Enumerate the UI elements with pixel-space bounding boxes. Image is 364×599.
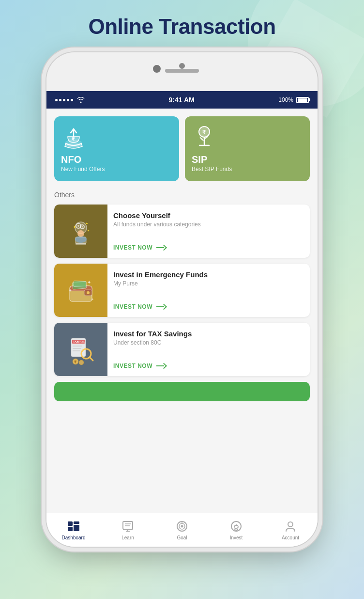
emergency-invest-label: INVEST NOW bbox=[113, 303, 152, 310]
svg-line-35 bbox=[90, 357, 93, 361]
sip-title: SIP bbox=[192, 154, 207, 165]
choose-yourself-invest-btn[interactable]: INVEST NOW bbox=[113, 244, 304, 251]
nfo-subtitle: New Fund Offers bbox=[61, 166, 105, 173]
nfo-title: NFO bbox=[61, 154, 81, 165]
speaker bbox=[165, 69, 199, 73]
svg-rect-14 bbox=[76, 243, 86, 245]
emergency-funds-content: Invest in Emergency Funds My Purse INVES… bbox=[107, 264, 310, 317]
learn-label: Learn bbox=[121, 535, 134, 540]
phone-top bbox=[46, 52, 318, 91]
choose-yourself-desc: All funds under various categories bbox=[113, 221, 304, 228]
choose-yourself-image: ✦ ✦ ✦ bbox=[54, 205, 107, 258]
svg-text:✦: ✦ bbox=[73, 224, 76, 230]
dashboard-label: Dashboard bbox=[62, 535, 86, 540]
status-time: 9:41 AM bbox=[169, 96, 195, 104]
signal-dot-3 bbox=[63, 99, 65, 101]
svg-point-51 bbox=[181, 525, 183, 528]
emergency-invest-btn[interactable]: INVEST NOW bbox=[113, 303, 304, 310]
svg-rect-42 bbox=[74, 525, 79, 531]
nav-invest[interactable]: Invest bbox=[209, 520, 263, 540]
emergency-arrow bbox=[156, 304, 166, 310]
sip-card[interactable]: ₹ SIP Best SIP Funds bbox=[185, 116, 310, 181]
account-icon bbox=[284, 520, 297, 533]
goal-icon bbox=[175, 520, 189, 533]
nav-dashboard[interactable]: Dashboard bbox=[46, 520, 101, 540]
signal-dot-4 bbox=[67, 99, 69, 101]
emergency-funds-title: Invest in Emergency Funds bbox=[113, 270, 304, 279]
svg-point-38 bbox=[79, 360, 84, 365]
bottom-nav: Dashboard Learn bbox=[46, 513, 318, 547]
tax-invest-btn[interactable]: INVEST NOW bbox=[113, 363, 304, 369]
invest-icon bbox=[229, 520, 243, 533]
tax-savings-image: TAX RETURN ₹ bbox=[54, 323, 107, 376]
front-camera bbox=[153, 65, 161, 73]
svg-text:RETURN: RETURN bbox=[77, 341, 85, 343]
battery-fill bbox=[298, 98, 307, 102]
sip-icon: ₹ bbox=[192, 125, 217, 150]
status-left bbox=[55, 97, 85, 103]
svg-text:₹: ₹ bbox=[202, 129, 206, 135]
choose-yourself-card[interactable]: ✦ ✦ ✦ Choose Yourself All funds under va… bbox=[54, 205, 310, 258]
account-label: Account bbox=[282, 535, 299, 540]
nfo-card[interactable]: ₹ NFO New Fund Offers bbox=[54, 116, 179, 181]
battery-icon bbox=[296, 97, 309, 103]
svg-point-53 bbox=[231, 521, 241, 531]
svg-point-56 bbox=[288, 522, 293, 527]
choose-yourself-title: Choose Yourself bbox=[113, 211, 304, 220]
top-sensor bbox=[179, 63, 185, 69]
tax-savings-card[interactable]: TAX RETURN ₹ bbox=[54, 323, 310, 376]
svg-point-15 bbox=[77, 230, 84, 237]
svg-point-9 bbox=[77, 225, 79, 227]
signal-dot-5 bbox=[71, 99, 73, 101]
phone-frame: 9:41 AM 100% bbox=[46, 52, 318, 547]
svg-text:✦: ✦ bbox=[87, 229, 90, 232]
svg-rect-13 bbox=[76, 237, 86, 244]
page-title: Online Transaction bbox=[88, 15, 275, 39]
nav-goal[interactable]: Goal bbox=[155, 520, 209, 540]
choose-yourself-arrow bbox=[156, 245, 166, 251]
choose-yourself-invest-label: INVEST NOW bbox=[113, 244, 152, 251]
tax-savings-title: Invest for TAX Savings bbox=[113, 330, 304, 338]
nav-learn[interactable]: Learn bbox=[101, 520, 155, 540]
tax-arrow bbox=[156, 363, 166, 369]
battery-percentage: 100% bbox=[278, 96, 293, 103]
nfo-icon: ₹ bbox=[61, 125, 86, 150]
sip-subtitle: Best SIP Funds bbox=[192, 166, 232, 173]
svg-text:✦: ✦ bbox=[87, 280, 91, 285]
wifi-icon bbox=[77, 97, 85, 103]
svg-text:✦: ✦ bbox=[85, 221, 89, 226]
svg-text:✦: ✦ bbox=[69, 288, 72, 293]
goal-label: Goal bbox=[177, 535, 187, 540]
emergency-funds-card[interactable]: ✦ ✦ ✦ Invest in Emergency Funds My Purse… bbox=[54, 264, 310, 317]
phone-screen: 9:41 AM 100% bbox=[46, 91, 318, 547]
svg-text:✦: ✦ bbox=[91, 298, 94, 301]
status-right: 100% bbox=[278, 96, 309, 103]
svg-rect-41 bbox=[74, 521, 79, 524]
nav-account[interactable]: Account bbox=[263, 520, 318, 540]
emergency-funds-image: ✦ ✦ ✦ bbox=[54, 264, 107, 317]
invest-label: Invest bbox=[230, 535, 243, 540]
svg-rect-43 bbox=[123, 521, 133, 529]
signal-dot-2 bbox=[59, 99, 61, 101]
tax-invest-label: INVEST NOW bbox=[113, 363, 152, 369]
svg-rect-23 bbox=[74, 281, 87, 287]
partial-card bbox=[54, 382, 310, 401]
svg-rect-40 bbox=[68, 527, 73, 531]
learn-icon bbox=[121, 520, 135, 533]
scroll-content[interactable]: ₹ NFO New Fund Offers bbox=[46, 109, 318, 513]
status-bar: 9:41 AM 100% bbox=[46, 91, 318, 109]
tax-savings-desc: Under section 80C bbox=[113, 339, 304, 346]
svg-point-21 bbox=[87, 291, 90, 294]
signal-dots bbox=[55, 99, 73, 101]
tax-savings-content: Invest for TAX Savings Under section 80C… bbox=[107, 323, 310, 376]
dashboard-icon bbox=[67, 520, 80, 533]
emergency-funds-desc: My Purse bbox=[113, 280, 304, 287]
others-label: Others bbox=[54, 191, 310, 199]
svg-text:₹: ₹ bbox=[72, 137, 75, 142]
choose-yourself-content: Choose Yourself All funds under various … bbox=[107, 205, 310, 258]
svg-rect-39 bbox=[68, 521, 73, 526]
signal-dot-1 bbox=[55, 99, 58, 101]
svg-point-11 bbox=[82, 226, 83, 228]
fund-cards-row: ₹ NFO New Fund Offers bbox=[54, 116, 310, 181]
